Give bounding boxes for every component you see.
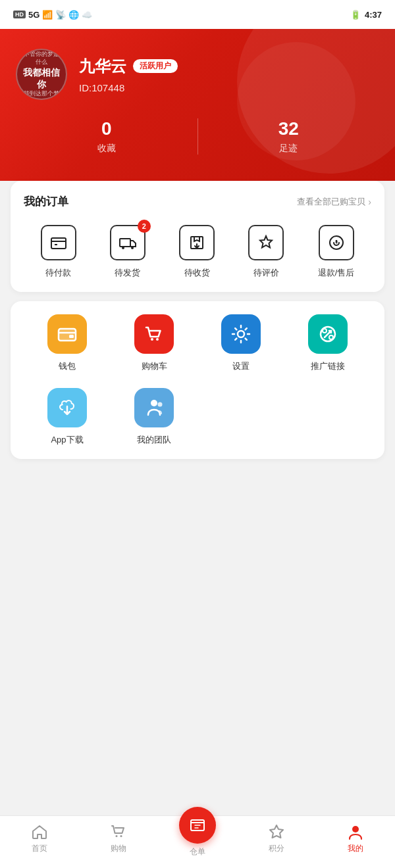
home-icon	[31, 823, 48, 840]
team-label: 我的团队	[137, 434, 171, 446]
svg-point-10	[151, 338, 153, 341]
profile-stats: 0 收藏 32 足迹	[16, 118, 379, 155]
settings-icon-box	[221, 314, 261, 354]
order-item-pending-review[interactable]: 待评价	[248, 225, 284, 279]
signal-5g: 5G	[28, 10, 40, 20]
order-item-pending-payment[interactable]: 待付款	[41, 225, 76, 279]
status-left: HD 5G 📶 📡 🌐 ☁️	[13, 10, 92, 20]
avatar[interactable]: 不管你的梦是什么 我都相信你 能到达那个梦	[16, 49, 67, 100]
pending-payment-icon	[41, 225, 76, 260]
order-item-pending-receive[interactable]: 待收货	[179, 225, 215, 279]
profile-header: 不管你的梦是什么 我都相信你 能到达那个梦 九华云 活跃用户 ID:107448…	[0, 29, 395, 181]
pending-ship-label: 待发货	[115, 267, 140, 279]
svg-point-18	[120, 835, 122, 837]
svg-point-20	[352, 826, 359, 832]
pending-ship-icon: 2	[110, 225, 145, 260]
orders-header: 我的订单 查看全部已购宝贝 ›	[24, 194, 371, 209]
orders-title: 我的订单	[24, 194, 68, 209]
favorites-count: 0	[16, 118, 198, 139]
svg-rect-0	[51, 238, 66, 249]
team-icon-box	[134, 388, 174, 427]
orders-card: 我的订单 查看全部已购宝贝 › 待付款	[11, 181, 384, 292]
menu-item-settings[interactable]: 设置	[198, 314, 284, 372]
active-badge: 活跃用户	[133, 59, 178, 73]
order-item-pending-ship[interactable]: 2 待发货	[110, 225, 145, 279]
nav-shop-label: 购物	[111, 843, 126, 854]
nav-points[interactable]: 积分	[253, 823, 300, 854]
svg-rect-1	[120, 239, 130, 247]
battery-icon: 🔋	[350, 10, 361, 20]
nav-shop[interactable]: 购物	[95, 823, 142, 854]
menu-item-team[interactable]: 我的团队	[111, 388, 198, 446]
menu-item-download[interactable]: App下载	[24, 388, 111, 446]
user-id: ID:107448	[79, 82, 379, 93]
shop-icon	[110, 823, 127, 840]
nav-mine-label: 我的	[348, 843, 363, 854]
quick-menu-card: 钱包 购物车 设置	[11, 301, 384, 459]
svg-point-14	[329, 335, 333, 339]
footprint-count: 32	[198, 118, 380, 139]
promote-icon-box	[308, 314, 348, 354]
avatar-text: 不管你的梦是什么 我都相信你 能到达那个梦	[17, 49, 66, 100]
order-icons-row: 待付款 2 待发货	[24, 225, 371, 279]
username-row: 九华云 活跃用户	[79, 56, 379, 77]
pending-review-label: 待评价	[253, 267, 279, 279]
profile-top: 不管你的梦是什么 我都相信你 能到达那个梦 九华云 活跃用户 ID:107448	[16, 49, 379, 100]
wifi-icon: 📡	[55, 10, 66, 20]
svg-point-17	[116, 835, 118, 837]
svg-point-16	[158, 402, 163, 407]
order-item-refund[interactable]: ¥ 退款/售后	[318, 225, 355, 279]
cart-label: 购物车	[142, 360, 167, 372]
view-all-orders[interactable]: 查看全部已购宝贝 ›	[297, 196, 371, 208]
svg-text:¥: ¥	[334, 239, 338, 245]
status-bar: HD 5G 📶 📡 🌐 ☁️ 🔋 4:37	[0, 0, 395, 29]
nav-home[interactable]: 首页	[16, 823, 63, 854]
points-icon	[268, 823, 285, 840]
cart-icon-box	[134, 314, 174, 354]
nav-mine[interactable]: 我的	[332, 823, 379, 854]
nav-points-label: 积分	[269, 843, 284, 854]
svg-rect-7	[59, 329, 76, 341]
svg-point-11	[156, 338, 159, 341]
svg-point-2	[122, 247, 124, 249]
nav-home-label: 首页	[32, 843, 47, 854]
mine-icon	[347, 823, 364, 840]
footprint-label: 足迹	[279, 143, 298, 153]
ship-badge: 2	[138, 220, 151, 233]
stat-favorites[interactable]: 0 收藏	[16, 118, 198, 155]
nav-center-button[interactable]	[179, 807, 216, 844]
svg-point-12	[238, 331, 244, 337]
globe-icon: 🌐	[68, 10, 79, 20]
pending-review-icon	[248, 225, 284, 260]
stat-footprint[interactable]: 32 足迹	[198, 118, 380, 155]
chevron-right-icon: ›	[368, 197, 371, 207]
wallet-icon-box	[47, 314, 87, 354]
menu-item-promote[interactable]: 推广链接	[284, 314, 371, 372]
refund-label: 退款/售后	[318, 267, 355, 279]
cloud-icon: ☁️	[82, 10, 92, 20]
menu-grid: 钱包 购物车 设置	[24, 314, 371, 446]
warehouse-icon	[188, 816, 207, 834]
hd-badge: HD	[13, 11, 26, 18]
avatar-main-text: 我都相信你	[21, 66, 62, 90]
svg-point-13	[323, 329, 327, 333]
signal-bars-icon: 📶	[42, 10, 53, 20]
profile-info: 九华云 活跃用户 ID:107448	[79, 56, 379, 93]
promote-label: 推广链接	[311, 360, 345, 372]
bottom-nav: 首页 购物 仓单 积分 我的	[0, 815, 395, 868]
pending-receive-label: 待收货	[184, 267, 210, 279]
favorites-label: 收藏	[97, 143, 116, 153]
menu-item-wallet[interactable]: 钱包	[24, 314, 111, 372]
nav-warehouse-label: 仓单	[190, 846, 205, 857]
wallet-label: 钱包	[59, 360, 76, 372]
svg-rect-9	[69, 335, 74, 338]
pending-payment-label: 待付款	[45, 267, 71, 279]
svg-point-3	[131, 247, 134, 249]
download-icon-box	[47, 388, 87, 427]
status-right: 🔋 4:37	[350, 10, 382, 20]
menu-item-cart[interactable]: 购物车	[111, 314, 198, 372]
time-display: 4:37	[365, 10, 382, 20]
svg-point-15	[151, 400, 157, 406]
nav-warehouse[interactable]: 仓单	[174, 820, 221, 857]
pending-receive-icon	[179, 225, 215, 260]
